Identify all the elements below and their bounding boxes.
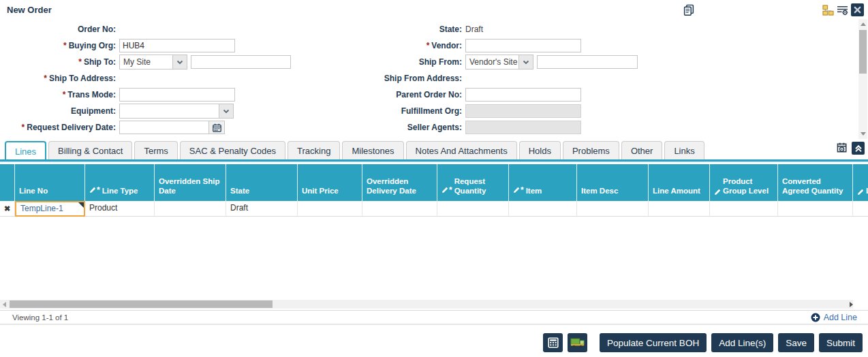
tab-holds[interactable]: Holds <box>519 141 561 159</box>
cell-overridden-ship-date[interactable] <box>155 201 226 217</box>
field-label-seller-agents: Seller Agents: <box>307 123 465 132</box>
form-row-seller-agents: Seller Agents: <box>307 119 856 136</box>
plus-circle-icon <box>811 313 820 322</box>
grid-preferences-icon[interactable] <box>837 142 849 154</box>
sitemap-icon[interactable] <box>822 5 834 16</box>
form-row-equipment: Equipment: <box>0 103 307 119</box>
col-header-item-desc[interactable]: Item Desc <box>577 164 649 201</box>
fulfillment-org-field <box>465 104 581 118</box>
col-header-line-amount[interactable]: Line Amount <box>649 164 710 201</box>
tab-billing-contact[interactable]: Billing & Contact <box>48 141 132 159</box>
edit-pencil-icon <box>714 189 721 196</box>
cell-converted-agreed-quantity[interactable] <box>778 201 853 217</box>
form-vertical-scrollbar[interactable] <box>858 19 867 139</box>
tab-tracking[interactable]: Tracking <box>288 141 340 159</box>
required-asterisk: * <box>78 57 82 67</box>
scroll-down-arrow-icon[interactable] <box>861 132 866 136</box>
order-header-form: Order No:*Buying Org:*Ship To:My Site*Sh… <box>0 21 856 136</box>
vertical-scroll-thumb[interactable] <box>859 30 867 74</box>
add-line-label: Add Line <box>824 313 857 322</box>
vendor-field[interactable] <box>465 39 581 52</box>
cell-line-amount[interactable] <box>649 201 710 217</box>
col-header-converted-agreed-quantity[interactable]: Converted Agreed Quantity <box>778 164 853 201</box>
populate-current-boh-button[interactable]: Populate Current BOH <box>600 333 707 352</box>
field-label-parent-order-no: Parent Order No: <box>307 90 465 99</box>
tab-links[interactable]: Links <box>664 141 704 159</box>
grid-settings-icon[interactable] <box>837 5 848 16</box>
page-title: New Order <box>7 5 52 15</box>
ship-to-field[interactable] <box>191 55 291 69</box>
cell-flag-corner <box>78 202 84 208</box>
col-header-product-group-level[interactable]: Product Group Level <box>710 164 778 201</box>
copy-icon[interactable] <box>683 4 694 18</box>
grid-horizontal-scrollbar[interactable] <box>0 300 853 309</box>
edit-pencil-icon: * <box>441 185 452 196</box>
tab-notes-and-attachments[interactable]: Notes And Attachments <box>406 141 517 159</box>
tab-terms[interactable]: Terms <box>134 141 177 159</box>
tab-other[interactable]: Other <box>621 141 663 159</box>
close-icon[interactable] <box>851 3 864 16</box>
cell-overridden-delivery-date[interactable] <box>362 201 437 217</box>
col-header-overridden-delivery-date[interactable]: Overridden Delivery Date <box>362 164 437 201</box>
col-label: Line Amount <box>653 186 700 196</box>
submit-button[interactable]: Submit <box>819 333 863 352</box>
col-label: Request Quantity <box>454 176 506 196</box>
cell-item[interactable] <box>509 201 577 217</box>
buying-org-field[interactable] <box>119 39 235 52</box>
col-header-li[interactable]: Li <box>853 164 868 201</box>
horizontal-scroll-thumb[interactable] <box>10 300 273 308</box>
col-header-state[interactable]: State <box>226 164 298 201</box>
parent-order-no-field[interactable] <box>465 88 581 102</box>
scroll-left-arrow-icon[interactable] <box>3 302 6 307</box>
form-row-ship-from: Ship From:Vendor's Site <box>307 54 856 70</box>
cell-line-type[interactable]: Product <box>85 201 155 217</box>
col-label: Overridden Delivery Date <box>367 176 434 196</box>
delete-line-icon[interactable]: ✖ <box>0 201 15 217</box>
grid-pager: Viewing 1-1 of 1 Add Line <box>0 310 868 325</box>
calendar-icon[interactable] <box>208 121 224 134</box>
col-header-request-quantity[interactable]: *Request Quantity <box>437 164 509 201</box>
truck-icon[interactable] <box>568 333 587 352</box>
new-order-window: New Order Order No:*Buying Org:*Ship To:… <box>0 0 868 357</box>
trans-mode-field[interactable] <box>119 88 235 102</box>
col-header-line-type[interactable]: *Line Type <box>85 164 155 201</box>
col-header-line-no[interactable]: Line No <box>15 164 85 201</box>
equipment-select[interactable] <box>119 104 234 119</box>
cell-request-quantity[interactable] <box>437 201 509 217</box>
field-label-request-delivery-date: *Request Delivery Date: <box>0 123 119 132</box>
col-header-item[interactable]: *Item <box>509 164 577 201</box>
cell-unit-price[interactable] <box>298 201 362 217</box>
cell-state[interactable]: Draft <box>226 201 298 217</box>
cell-line-no[interactable]: TempLine-1 <box>15 201 85 217</box>
scroll-right-arrow-icon[interactable] <box>850 302 853 307</box>
chevron-down-icon[interactable] <box>172 55 187 69</box>
form-row-parent-order-no: Parent Order No: <box>307 87 856 103</box>
cell-li[interactable] <box>853 201 868 217</box>
form-row-ship-from-address: Ship From Address: <box>307 70 856 87</box>
chevron-down-icon <box>176 60 183 65</box>
chevron-down-icon[interactable] <box>219 104 233 118</box>
col-label: Item Desc <box>581 186 618 196</box>
field-label-vendor: *Vendor: <box>307 41 465 50</box>
col-header-unit-price[interactable]: Unit Price <box>298 164 362 201</box>
tab-problems[interactable]: Problems <box>563 141 619 159</box>
field-label-ship-to: *Ship To: <box>0 57 119 67</box>
cell-item-desc[interactable] <box>577 201 649 217</box>
cell-product-group-level[interactable] <box>710 201 778 217</box>
save-button[interactable]: Save <box>778 333 814 352</box>
ship-from-field[interactable] <box>537 55 638 69</box>
calculator-icon[interactable] <box>543 333 563 352</box>
tab-milestones[interactable]: Milestones <box>342 141 403 159</box>
tab-sac-penalty-codes[interactable]: SAC & Penalty Codes <box>180 141 285 159</box>
ship-from-select[interactable]: Vendor's Site <box>465 55 533 69</box>
collapse-panel-icon[interactable] <box>852 142 865 155</box>
add-line-link[interactable]: Add Line <box>811 313 868 322</box>
col-header-overridden-ship-date[interactable]: Overridden Ship Date <box>155 164 226 201</box>
scroll-up-arrow-icon[interactable] <box>861 22 866 26</box>
chevron-down-icon[interactable] <box>518 55 533 69</box>
form-row-request-delivery-date: *Request Delivery Date: <box>0 119 307 136</box>
tab-lines[interactable]: Lines <box>5 141 46 159</box>
add-line-s-button[interactable]: Add Line(s) <box>711 333 773 352</box>
ship-to-select[interactable]: My Site <box>119 55 187 69</box>
required-asterisk: * <box>427 41 430 50</box>
